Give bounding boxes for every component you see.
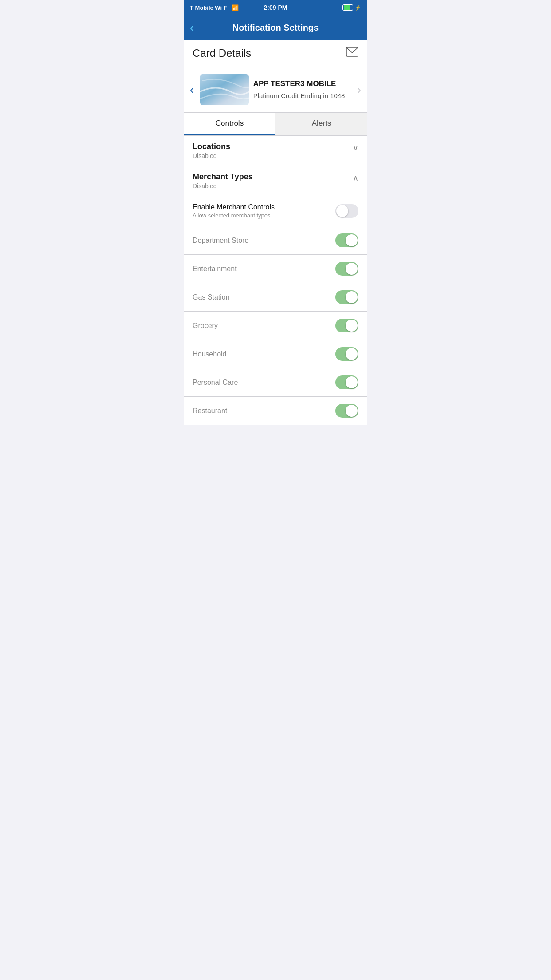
- personal-care-label: Personal Care: [193, 379, 238, 387]
- nav-header: ‹ Notification Settings: [184, 15, 367, 40]
- card-name: APP TESTER3 MOBILE: [253, 79, 351, 88]
- household-label: Household: [193, 350, 227, 358]
- locations-section-header[interactable]: Locations Disabled ∨: [184, 136, 367, 166]
- personal-care-row: Personal Care: [184, 368, 367, 397]
- gas-station-label: Gas Station: [193, 293, 230, 301]
- department-store-label: Department Store: [193, 237, 248, 245]
- tab-controls[interactable]: Controls: [184, 113, 276, 135]
- merchant-types-title: Merchant Types: [193, 172, 253, 182]
- entertainment-toggle[interactable]: [335, 262, 358, 276]
- wifi-icon: 📶: [232, 4, 239, 11]
- entertainment-row: Entertainment: [184, 255, 367, 283]
- department-store-toggle[interactable]: [335, 233, 358, 247]
- carrier-label: T-Mobile Wi-Fi: [190, 4, 229, 11]
- status-bar-time: 2:09 PM: [264, 4, 287, 11]
- entertainment-label: Entertainment: [193, 265, 237, 273]
- card-carousel: ‹ APP TESTER3 MOBILE Platinum Credit End…: [184, 67, 367, 113]
- merchant-types-chevron-up-icon: ∧: [353, 173, 358, 183]
- personal-care-toggle[interactable]: [335, 375, 358, 389]
- card-details-title: Card Details: [193, 47, 251, 59]
- status-bar-right: ⚡: [342, 4, 361, 11]
- merchant-types-header-text: Merchant Types Disabled: [193, 172, 253, 190]
- merchant-types-status: Disabled: [193, 182, 253, 190]
- locations-header-text: Locations Disabled: [193, 142, 230, 159]
- email-icon[interactable]: [346, 47, 358, 59]
- enable-merchant-label: Enable Merchant Controls: [193, 203, 335, 211]
- locations-status: Disabled: [193, 152, 230, 159]
- household-row: Household: [184, 340, 367, 368]
- status-bar: T-Mobile Wi-Fi 📶 2:09 PM ⚡: [184, 0, 367, 15]
- grocery-label: Grocery: [193, 322, 218, 330]
- locations-title: Locations: [193, 142, 230, 151]
- back-button[interactable]: ‹: [190, 22, 194, 33]
- card-info: APP TESTER3 MOBILE Platinum Credit Endin…: [253, 79, 351, 100]
- tab-alerts[interactable]: Alerts: [276, 113, 367, 135]
- tab-bar: Controls Alerts: [184, 113, 367, 136]
- battery-icon: [342, 4, 353, 11]
- restaurant-toggle[interactable]: [335, 404, 358, 418]
- enable-merchant-sublabel: Allow selected merchant types.: [193, 212, 335, 219]
- enable-merchant-controls-row: Enable Merchant Controls Allow selected …: [184, 196, 367, 226]
- status-bar-left: T-Mobile Wi-Fi 📶: [190, 4, 239, 11]
- enable-merchant-toggle[interactable]: [335, 204, 358, 218]
- locations-chevron-down-icon: ∨: [353, 143, 358, 153]
- department-store-row: Department Store: [184, 226, 367, 255]
- merchant-types-section-header[interactable]: Merchant Types Disabled ∧: [184, 166, 367, 196]
- household-toggle[interactable]: [335, 347, 358, 361]
- card-details-section: Card Details: [184, 40, 367, 67]
- gas-station-toggle[interactable]: [335, 290, 358, 304]
- card-description: Platinum Credit Ending in 1048: [253, 91, 351, 100]
- carousel-next-button[interactable]: ›: [355, 83, 363, 97]
- grocery-row: Grocery: [184, 312, 367, 340]
- carousel-prev-button[interactable]: ‹: [188, 83, 196, 97]
- restaurant-label: Restaurant: [193, 407, 227, 415]
- card-image: [200, 74, 249, 105]
- page-title: Notification Settings: [232, 23, 319, 33]
- restaurant-row: Restaurant: [184, 397, 367, 425]
- gas-station-row: Gas Station: [184, 283, 367, 312]
- grocery-toggle[interactable]: [335, 319, 358, 332]
- bolt-icon: ⚡: [355, 5, 361, 11]
